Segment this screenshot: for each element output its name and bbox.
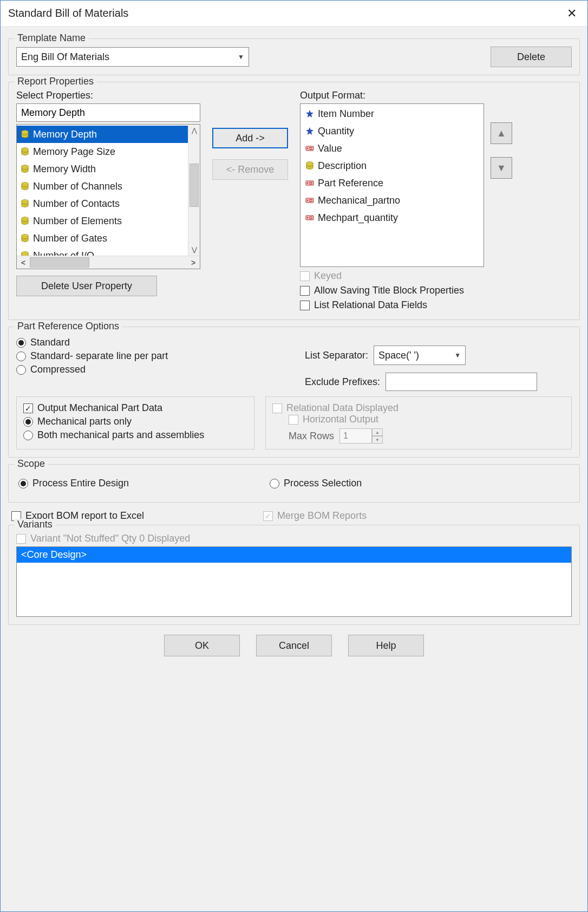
reorder-column: ▲ ▼ [491,122,523,179]
dialog-window: Standard Bill of Materials ✕ Template Na… [0,0,588,912]
tag-icon [305,196,315,205]
radio-icon [270,479,279,488]
add-remove-column: Add -> <- Remove [207,128,293,180]
tag-icon [305,213,315,223]
help-button[interactable]: Help [348,635,424,656]
output-format-column: Output Format: Item NumberQuantityValueD… [300,90,484,311]
merge-bom-checkbox: ✓ Merge BOM Reports [263,510,367,522]
template-name-value: Eng Bill Of Materials [21,51,238,63]
group-label-report: Report Properties [14,76,97,87]
property-list-item[interactable]: Number of Elements [17,212,200,230]
output-list-item[interactable]: Value [300,140,484,157]
select-properties-column: Select Properties: Memory DepthMemory Pa… [16,90,200,296]
variant-item[interactable]: <Core Design> [17,547,571,563]
max-rows-input [339,428,372,444]
ok-button[interactable]: OK [164,635,240,656]
checkbox-icon [300,301,310,310]
properties-scrollbar[interactable]: ⋀ ⋁ [188,125,200,256]
star-icon [305,109,315,119]
scroll-right-icon[interactable]: > [187,256,200,269]
properties-listbox[interactable]: Memory DepthMemory Page SizeMemory Width… [16,124,200,269]
property-list-item[interactable]: Memory Depth [17,126,200,143]
max-rows-label: Max Rows [289,431,334,442]
scroll-left-icon[interactable]: < [17,256,30,269]
variants-listbox[interactable]: <Core Design> [16,546,572,617]
scroll-down-icon[interactable]: ⋁ [188,244,200,256]
radio-icon [16,351,26,361]
arrow-down-icon: ▼ [496,162,506,174]
delete-user-property-button[interactable]: Delete User Property [16,276,157,296]
delete-template-button[interactable]: Delete [491,47,572,67]
property-list-item[interactable]: Number of Channels [17,178,200,195]
move-down-button[interactable]: ▼ [491,157,512,179]
checkbox-icon [272,403,282,413]
radio-both-mech[interactable]: Both mechanical parts and assemblies [23,429,247,441]
spin-down-icon: ▼ [372,436,383,444]
template-name-combo[interactable]: Eng Bill Of Materials ▼ [16,47,249,67]
chevron-down-icon: ▼ [454,351,461,359]
checkbox-icon: ✓ [23,403,33,413]
property-search-input[interactable] [16,103,200,122]
max-rows-spinner: ▲ ▼ [339,428,383,444]
radio-icon [23,431,33,440]
scroll-up-icon[interactable]: ⋀ [188,125,200,136]
checkbox-icon [300,271,310,281]
database-icon [20,216,30,226]
output-mechanical-checkbox[interactable]: ✓ Output Mechanical Part Data [23,402,247,414]
radio-compressed[interactable]: Compressed [16,364,283,375]
radio-process-entire[interactable]: Process Entire Design [18,478,129,489]
checkbox-icon: ✓ [263,511,273,521]
output-list-item[interactable]: Item Number [300,105,484,122]
output-listbox[interactable]: Item NumberQuantityValueDescriptionPart … [300,103,484,267]
dialog-buttons: OK Cancel Help [8,625,580,660]
database-icon [20,164,30,174]
allow-title-block-checkbox[interactable]: Allow Saving Title Block Properties [300,285,484,296]
window-title: Standard Bill of Materials [8,7,564,19]
database-icon [20,147,30,157]
checkbox-icon [300,286,310,296]
list-separator-combo[interactable]: Space(' ') ▼ [374,346,466,365]
checkbox-icon [289,415,298,425]
variant-not-stuffed-checkbox: Variant "Not Stuffed" Qty 0 Displayed [16,533,572,544]
select-properties-label: Select Properties: [16,90,200,101]
radio-process-selection[interactable]: Process Selection [270,478,362,489]
radio-icon [16,365,26,375]
output-list-item[interactable]: Mechanical_partno [300,192,484,209]
titlebar: Standard Bill of Materials ✕ [1,1,587,27]
output-list-item[interactable]: Description [300,157,484,174]
property-list-item[interactable]: Memory Width [17,160,200,178]
property-list-item[interactable]: Memory Page Size [17,143,200,160]
radio-standard[interactable]: Standard [16,337,283,348]
hscroll-thumb[interactable] [30,257,89,268]
group-variants: Variants Variant "Not Stuffed" Qty 0 Dis… [8,525,580,625]
mechanical-subgroup: ✓ Output Mechanical Part Data Mechanical… [16,396,254,450]
output-list-item[interactable]: Mechpart_quantity [300,209,484,226]
radio-icon [23,417,33,427]
properties-hscrollbar[interactable]: < > [17,256,200,269]
scroll-thumb[interactable] [190,164,199,207]
radio-mechanical-only[interactable]: Mechanical parts only [23,416,247,427]
property-list-item[interactable]: Number of Gates [17,230,200,247]
move-up-button[interactable]: ▲ [491,122,512,144]
exclude-prefixes-input[interactable] [386,373,537,391]
group-label-scope: Scope [14,458,48,470]
group-label-variants: Variants [14,519,56,530]
output-list-item[interactable]: Part Reference [300,174,484,192]
group-report-properties: Report Properties Select Properties: Mem… [8,82,580,320]
output-list-item[interactable]: Quantity [300,122,484,140]
property-list-item[interactable]: Number of Contacts [17,195,200,212]
add-button[interactable]: Add -> [212,128,288,148]
tag-icon [305,144,315,153]
radio-separate-line[interactable]: Standard- separate line per part [16,350,283,362]
group-scope: Scope Process Entire Design Process Sele… [8,464,580,503]
database-icon [20,181,30,191]
group-label-template: Template Name [14,32,89,44]
cancel-button[interactable]: Cancel [256,635,332,656]
horizontal-output-checkbox: Horizontal Output [289,414,565,425]
keyed-checkbox: Keyed [300,270,484,282]
list-relational-checkbox[interactable]: List Relational Data Fields [300,299,484,311]
star-icon [305,126,315,136]
close-icon[interactable]: ✕ [564,6,580,21]
tag-icon [305,178,315,188]
radio-icon [18,479,28,488]
